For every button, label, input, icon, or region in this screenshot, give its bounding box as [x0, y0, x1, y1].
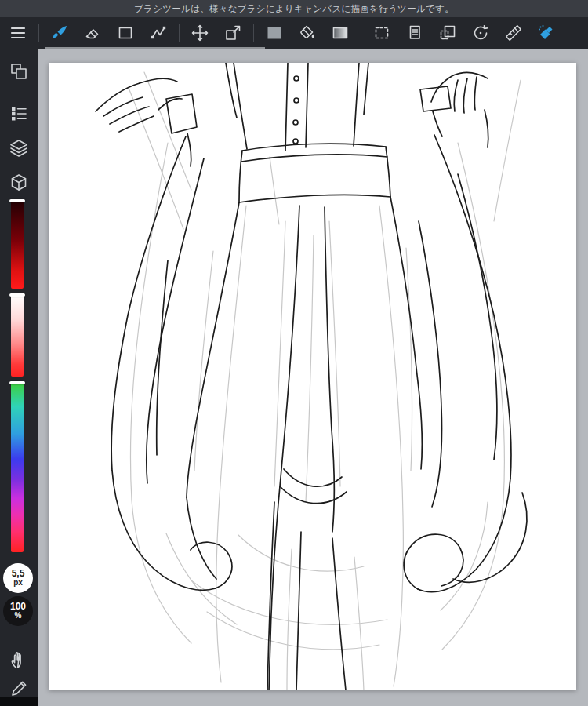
zoom-badge[interactable]: 100 % [3, 596, 33, 626]
gradient-tool-button[interactable] [324, 17, 357, 49]
polyline-icon [149, 24, 168, 42]
stylus-pen-icon [9, 678, 29, 698]
move-tool-button[interactable] [183, 17, 216, 49]
shade-slider[interactable] [11, 201, 24, 289]
layers-panel-button[interactable] [0, 135, 38, 162]
move-icon [191, 24, 209, 42]
airbrush-icon [537, 24, 556, 42]
materials-panel-button[interactable] [0, 169, 38, 196]
transform-icon [223, 24, 242, 42]
tool-hint-bar: ブラシツールは、様々なブラシによりキャンバスに描画を行うツールです。 [0, 0, 588, 17]
ruler-tool-button[interactable] [497, 17, 530, 49]
layer-list-button[interactable] [0, 100, 38, 127]
tint-slider[interactable] [11, 295, 24, 377]
zoom-unit: % [15, 612, 22, 620]
tool-hint-text: ブラシツールは、様々なブラシによりキャンバスに描画を行うツールです。 [134, 3, 454, 15]
rotate-tool-button[interactable] [464, 17, 497, 49]
transform-tool-button[interactable] [216, 17, 249, 49]
drawing-canvas[interactable] [49, 63, 576, 690]
hand-tool-button[interactable] [0, 646, 38, 673]
foreground-background-color-icon [9, 61, 29, 82]
copy-icon [405, 24, 424, 42]
color-swatch-button[interactable] [258, 17, 291, 49]
paint-bucket-icon [298, 24, 317, 42]
canvas-area [38, 49, 588, 706]
color-swatch-icon [265, 24, 284, 42]
toolbar-divider [38, 24, 39, 42]
sidebar-footer [0, 697, 38, 706]
toolbar [0, 17, 588, 49]
shade-slider-handle[interactable] [9, 199, 25, 202]
color-pair-button[interactable] [0, 58, 38, 85]
toolbar-divider [361, 24, 361, 42]
polyline-tool-button[interactable] [142, 17, 175, 49]
paste-tool-button[interactable] [431, 17, 464, 49]
hand-icon [9, 650, 29, 670]
menu-icon [9, 24, 27, 42]
ruler-icon [504, 24, 523, 42]
brush-size-unit: px [13, 579, 23, 588]
selection-icon [372, 24, 391, 42]
brush-icon [50, 24, 69, 42]
left-sidebar: 5,5 px 100 % [0, 49, 38, 706]
materials-cube-icon [9, 173, 29, 193]
gradient-icon [331, 24, 350, 42]
rectangle-icon [116, 24, 135, 42]
layers-icon [9, 138, 29, 158]
toolbar-divider [253, 24, 254, 42]
airbrush-tool-button[interactable] [530, 17, 563, 49]
select-tool-button[interactable] [365, 17, 398, 49]
eraser-icon [83, 24, 102, 42]
hue-slider[interactable] [11, 383, 24, 552]
brush-size-badge[interactable]: 5,5 px [3, 563, 33, 593]
eraser-tool-button[interactable] [76, 17, 109, 49]
canvas-sketch [49, 63, 576, 690]
copy-tool-button[interactable] [398, 17, 431, 49]
brush-tool-button[interactable] [43, 17, 76, 49]
hue-slider-handle[interactable] [9, 381, 25, 384]
paint-app: ブラシツールは、様々なブラシによりキャンバスに描画を行うツールです。 [0, 0, 588, 706]
menu-button[interactable] [2, 17, 34, 49]
bucket-tool-button[interactable] [291, 17, 324, 49]
tint-slider-handle[interactable] [9, 293, 25, 297]
toolbar-divider [179, 24, 180, 42]
layer-list-icon [9, 104, 29, 124]
rotate-icon [471, 24, 490, 42]
shape-tool-button[interactable] [109, 17, 142, 49]
paste-icon [438, 24, 457, 42]
